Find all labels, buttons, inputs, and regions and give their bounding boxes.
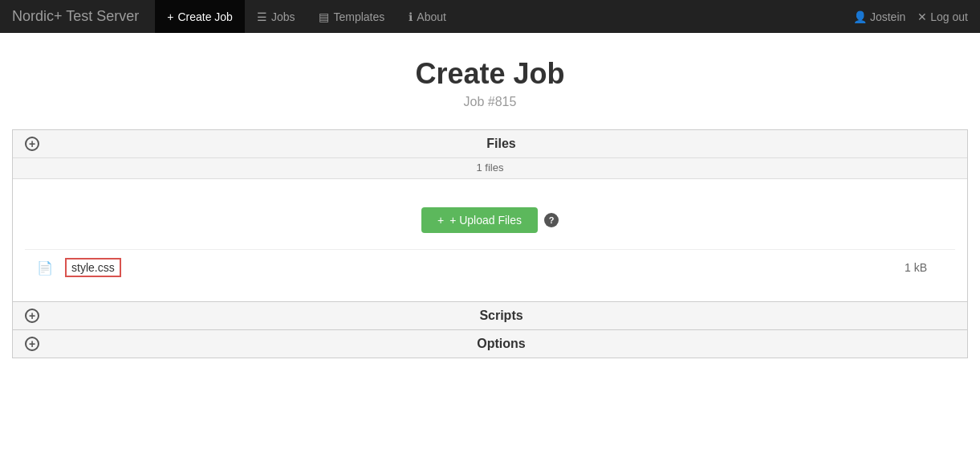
brand-link[interactable]: Nordic+ Test Server xyxy=(12,8,139,25)
navbar-right: 👤 Jostein ✕ Log out xyxy=(853,10,968,23)
files-section-body: + + Upload Files ? 📄 style.css 1 kB xyxy=(13,179,967,301)
scripts-section-title: Scripts xyxy=(47,309,955,323)
file-size: 1 kB xyxy=(905,261,943,274)
page-content: Create Job Job #815 + Files 1 files + + … xyxy=(0,33,980,382)
about-icon: ℹ xyxy=(409,10,413,23)
options-section-title: Options xyxy=(47,337,955,351)
scripts-expand-button[interactable]: + xyxy=(25,309,39,323)
nav-link-create-job[interactable]: + Create Job xyxy=(155,0,245,33)
nav-item-about: ℹ About xyxy=(396,0,458,33)
upload-icon: + xyxy=(437,214,444,227)
help-icon[interactable]: ? xyxy=(544,213,559,227)
table-row: 📄 style.css 1 kB xyxy=(25,249,955,285)
nav-item-templates: ▤ Templates xyxy=(307,0,396,33)
file-list: 📄 style.css 1 kB xyxy=(25,249,955,285)
nav-menu: + Create Job ☰ Jobs ▤ Templates ℹ About xyxy=(155,0,853,33)
files-expand-button[interactable]: + xyxy=(25,137,39,151)
upload-button[interactable]: + + Upload Files xyxy=(421,207,538,233)
files-count: 1 files xyxy=(13,158,967,179)
plus-icon: + xyxy=(167,10,173,23)
nav-item-jobs: ☰ Jobs xyxy=(245,0,307,33)
files-section-header: + Files xyxy=(13,130,967,158)
nav-item-create-job: + Create Job xyxy=(155,0,245,33)
page-title: Create Job xyxy=(12,57,968,91)
navbar: Nordic+ Test Server + Create Job ☰ Jobs … xyxy=(0,0,980,33)
user-icon: 👤 xyxy=(853,10,867,23)
scripts-section: + Scripts xyxy=(12,302,968,330)
file-icon: 📄 xyxy=(37,260,53,276)
file-link[interactable]: style.css xyxy=(65,258,121,277)
logout-link[interactable]: ✕ Log out xyxy=(917,10,968,23)
file-name: style.css xyxy=(65,258,226,277)
options-section-header: + Options xyxy=(13,330,967,358)
options-expand-button[interactable]: + xyxy=(25,337,39,351)
user-link[interactable]: 👤 Jostein xyxy=(853,10,905,23)
upload-area: + + Upload Files ? xyxy=(25,195,955,241)
files-section: + Files 1 files + + Upload Files ? 📄 sty… xyxy=(12,129,968,302)
scripts-section-header: + Scripts xyxy=(13,302,967,329)
close-icon: ✕ xyxy=(917,10,927,23)
nav-link-templates[interactable]: ▤ Templates xyxy=(307,0,396,33)
page-subtitle: Job #815 xyxy=(12,95,968,109)
files-section-title: Files xyxy=(47,137,955,151)
jobs-icon: ☰ xyxy=(257,10,267,23)
options-section: + Options xyxy=(12,330,968,358)
templates-icon: ▤ xyxy=(319,10,329,23)
nav-link-jobs[interactable]: ☰ Jobs xyxy=(245,0,307,33)
nav-link-about[interactable]: ℹ About xyxy=(396,0,458,33)
